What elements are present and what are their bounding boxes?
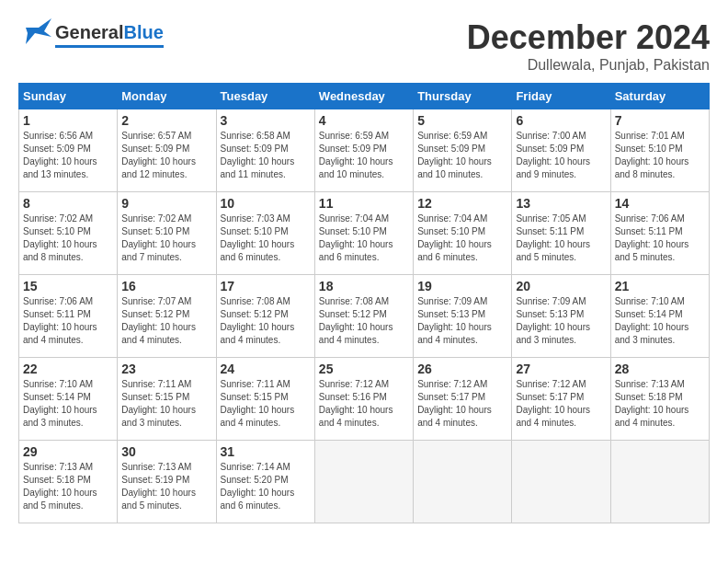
- title-section: December 2024 Dullewala, Punjab, Pakista…: [467, 18, 710, 74]
- day-number: 30: [121, 444, 211, 459]
- calendar-day-empty: [414, 441, 512, 523]
- column-header-friday: Friday: [512, 84, 610, 109]
- calendar-day-10: 10Sunrise: 7:03 AMSunset: 5:10 PMDayligh…: [216, 192, 314, 275]
- calendar-day-18: 18Sunrise: 7:08 AMSunset: 5:12 PMDayligh…: [314, 275, 413, 358]
- day-number: 18: [319, 279, 409, 293]
- calendar-day-20: 20Sunrise: 7:09 AMSunset: 5:13 PMDayligh…: [512, 275, 610, 358]
- calendar-day-11: 11Sunrise: 7:04 AMSunset: 5:10 PMDayligh…: [314, 192, 413, 275]
- day-number: 7: [615, 113, 705, 128]
- calendar-day-1: 1Sunrise: 6:56 AMSunset: 5:09 PMDaylight…: [19, 109, 118, 192]
- day-info: Sunrise: 7:08 AMSunset: 5:12 PMDaylight:…: [221, 295, 311, 347]
- location-subtitle: Dullewala, Punjab, Pakistan: [467, 57, 710, 74]
- calendar-header-row: SundayMondayTuesdayWednesdayThursdayFrid…: [19, 84, 710, 109]
- day-info: Sunrise: 7:07 AMSunset: 5:12 PMDaylight:…: [121, 295, 211, 347]
- logo-text: General Blue: [55, 22, 164, 48]
- day-info: Sunrise: 7:13 AMSunset: 5:18 PMDaylight:…: [23, 461, 113, 512]
- calendar-day-29: 29Sunrise: 7:13 AMSunset: 5:18 PMDayligh…: [19, 441, 118, 523]
- day-number: 4: [319, 113, 409, 128]
- day-info: Sunrise: 7:01 AMSunset: 5:10 PMDaylight:…: [615, 130, 705, 181]
- day-info: Sunrise: 7:02 AMSunset: 5:10 PMDaylight:…: [23, 213, 113, 264]
- day-number: 9: [121, 196, 211, 211]
- logo-general: General: [55, 22, 123, 43]
- logo: General Blue: [18, 18, 164, 52]
- day-number: 14: [615, 196, 705, 211]
- day-number: 1: [23, 113, 113, 128]
- calendar-day-28: 28Sunrise: 7:13 AMSunset: 5:18 PMDayligh…: [610, 358, 709, 441]
- day-number: 25: [319, 362, 409, 376]
- day-info: Sunrise: 7:02 AMSunset: 5:10 PMDaylight:…: [121, 213, 211, 264]
- calendar-week-row: 29Sunrise: 7:13 AMSunset: 5:18 PMDayligh…: [19, 441, 710, 523]
- day-number: 6: [516, 113, 606, 128]
- day-info: Sunrise: 7:04 AMSunset: 5:10 PMDaylight:…: [319, 213, 409, 264]
- calendar-day-2: 2Sunrise: 6:57 AMSunset: 5:09 PMDaylight…: [118, 109, 216, 192]
- day-info: Sunrise: 7:12 AMSunset: 5:16 PMDaylight:…: [319, 378, 409, 430]
- calendar-day-5: 5Sunrise: 6:59 AMSunset: 5:09 PMDaylight…: [414, 109, 512, 192]
- day-number: 24: [221, 362, 311, 376]
- day-info: Sunrise: 7:10 AMSunset: 5:14 PMDaylight:…: [23, 378, 113, 430]
- day-info: Sunrise: 7:08 AMSunset: 5:12 PMDaylight:…: [319, 295, 409, 347]
- day-info: Sunrise: 7:06 AMSunset: 5:11 PMDaylight:…: [23, 295, 113, 347]
- day-info: Sunrise: 7:09 AMSunset: 5:13 PMDaylight:…: [516, 295, 606, 347]
- calendar-day-26: 26Sunrise: 7:12 AMSunset: 5:17 PMDayligh…: [414, 358, 512, 441]
- logo-underline: [55, 45, 164, 48]
- day-info: Sunrise: 7:13 AMSunset: 5:18 PMDaylight:…: [615, 378, 705, 430]
- calendar-day-empty: [512, 441, 610, 523]
- day-info: Sunrise: 7:06 AMSunset: 5:11 PMDaylight:…: [615, 213, 705, 264]
- day-info: Sunrise: 7:04 AMSunset: 5:10 PMDaylight:…: [417, 213, 507, 264]
- day-info: Sunrise: 7:14 AMSunset: 5:20 PMDaylight:…: [221, 461, 311, 512]
- calendar-week-row: 15Sunrise: 7:06 AMSunset: 5:11 PMDayligh…: [19, 275, 710, 358]
- calendar-day-12: 12Sunrise: 7:04 AMSunset: 5:10 PMDayligh…: [414, 192, 512, 275]
- calendar-day-27: 27Sunrise: 7:12 AMSunset: 5:17 PMDayligh…: [512, 358, 610, 441]
- day-info: Sunrise: 7:12 AMSunset: 5:17 PMDaylight:…: [516, 378, 606, 430]
- day-number: 21: [615, 279, 705, 293]
- day-info: Sunrise: 6:58 AMSunset: 5:09 PMDaylight:…: [221, 130, 311, 181]
- calendar-day-4: 4Sunrise: 6:59 AMSunset: 5:09 PMDaylight…: [314, 109, 413, 192]
- day-number: 20: [516, 279, 606, 293]
- header: General Blue December 2024 Dullewala, Pu…: [18, 18, 710, 74]
- svg-marker-0: [26, 18, 51, 44]
- day-info: Sunrise: 7:10 AMSunset: 5:14 PMDaylight:…: [615, 295, 705, 347]
- month-title: December 2024: [467, 18, 710, 57]
- column-header-thursday: Thursday: [414, 84, 512, 109]
- calendar-day-14: 14Sunrise: 7:06 AMSunset: 5:11 PMDayligh…: [610, 192, 709, 275]
- calendar-day-22: 22Sunrise: 7:10 AMSunset: 5:14 PMDayligh…: [19, 358, 118, 441]
- column-header-monday: Monday: [118, 84, 216, 109]
- day-info: Sunrise: 7:00 AMSunset: 5:09 PMDaylight:…: [516, 130, 606, 181]
- day-number: 10: [221, 196, 311, 211]
- day-number: 23: [121, 362, 211, 376]
- calendar-day-23: 23Sunrise: 7:11 AMSunset: 5:15 PMDayligh…: [118, 358, 216, 441]
- logo-blue: Blue: [123, 22, 163, 43]
- column-header-tuesday: Tuesday: [216, 84, 314, 109]
- day-number: 3: [221, 113, 311, 128]
- calendar-day-7: 7Sunrise: 7:01 AMSunset: 5:10 PMDaylight…: [610, 109, 709, 192]
- column-header-saturday: Saturday: [610, 84, 709, 109]
- day-number: 31: [221, 444, 311, 459]
- day-number: 12: [417, 196, 507, 211]
- day-number: 13: [516, 196, 606, 211]
- calendar-week-row: 22Sunrise: 7:10 AMSunset: 5:14 PMDayligh…: [19, 358, 710, 441]
- calendar-day-19: 19Sunrise: 7:09 AMSunset: 5:13 PMDayligh…: [414, 275, 512, 358]
- calendar-day-25: 25Sunrise: 7:12 AMSunset: 5:16 PMDayligh…: [314, 358, 413, 441]
- day-info: Sunrise: 6:57 AMSunset: 5:09 PMDaylight:…: [121, 130, 211, 181]
- calendar-day-3: 3Sunrise: 6:58 AMSunset: 5:09 PMDaylight…: [216, 109, 314, 192]
- day-info: Sunrise: 7:11 AMSunset: 5:15 PMDaylight:…: [221, 378, 311, 430]
- day-info: Sunrise: 6:59 AMSunset: 5:09 PMDaylight:…: [319, 130, 409, 181]
- calendar-day-6: 6Sunrise: 7:00 AMSunset: 5:09 PMDaylight…: [512, 109, 610, 192]
- day-info: Sunrise: 6:56 AMSunset: 5:09 PMDaylight:…: [23, 130, 113, 181]
- day-number: 16: [121, 279, 211, 293]
- day-number: 2: [121, 113, 211, 128]
- calendar-week-row: 8Sunrise: 7:02 AMSunset: 5:10 PMDaylight…: [19, 192, 710, 275]
- day-info: Sunrise: 7:09 AMSunset: 5:13 PMDaylight:…: [417, 295, 507, 347]
- day-number: 26: [417, 362, 507, 376]
- logo-icon: [18, 18, 51, 52]
- calendar-day-24: 24Sunrise: 7:11 AMSunset: 5:15 PMDayligh…: [216, 358, 314, 441]
- calendar-day-8: 8Sunrise: 7:02 AMSunset: 5:10 PMDaylight…: [19, 192, 118, 275]
- calendar-week-row: 1Sunrise: 6:56 AMSunset: 5:09 PMDaylight…: [19, 109, 710, 192]
- day-number: 5: [417, 113, 507, 128]
- calendar-day-15: 15Sunrise: 7:06 AMSunset: 5:11 PMDayligh…: [19, 275, 118, 358]
- day-info: Sunrise: 7:12 AMSunset: 5:17 PMDaylight:…: [417, 378, 507, 430]
- day-info: Sunrise: 7:05 AMSunset: 5:11 PMDaylight:…: [516, 213, 606, 264]
- calendar-day-16: 16Sunrise: 7:07 AMSunset: 5:12 PMDayligh…: [118, 275, 216, 358]
- calendar-day-30: 30Sunrise: 7:13 AMSunset: 5:19 PMDayligh…: [118, 441, 216, 523]
- calendar-table: SundayMondayTuesdayWednesdayThursdayFrid…: [18, 83, 710, 523]
